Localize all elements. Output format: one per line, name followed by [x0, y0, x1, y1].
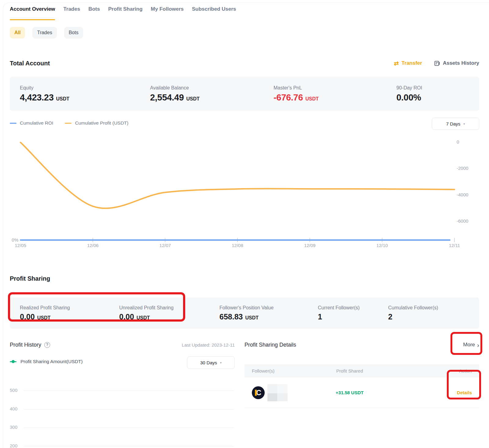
stat-value-number: 4,423.23: [20, 93, 54, 103]
gridline: [24, 409, 234, 410]
range-select-value: 30 Days: [200, 360, 217, 365]
assets-history-icon: [434, 60, 440, 66]
stat-value: 0.00USDT: [119, 312, 219, 321]
x-axis-tick: 12/06: [87, 243, 99, 248]
x-axis-tick: 12/10: [377, 243, 388, 248]
stat-cumulative-follower-s: Cumulative Follower(s)2: [388, 305, 438, 321]
stat-value-number: 1: [318, 312, 322, 321]
stat-label: Current Follower(s): [318, 305, 388, 311]
stat-equity: Equity4,423.23USDT: [20, 85, 150, 103]
transfer-label: Transfer: [402, 60, 422, 66]
stat-label: Equity: [20, 85, 150, 91]
tab-account-overview[interactable]: Account Overview: [10, 6, 55, 20]
table-row: C+31.58 USDTDetails: [244, 377, 479, 408]
stat-label: Master's PnL: [274, 85, 396, 91]
stat-90-day-roi: 90-Day ROI0.00%: [396, 85, 422, 103]
range-select-7-days[interactable]: 7 Days ▾: [432, 118, 479, 130]
more-label: More: [463, 342, 475, 348]
stat-value: 2: [388, 312, 438, 321]
more-link[interactable]: More ›: [463, 342, 479, 348]
stat-follower-s-position-value: Follower's Position Value658.83USDT: [219, 305, 318, 321]
column-header-profit-shared: Profit Shared: [310, 368, 389, 373]
profit-sharing-title: Profit Sharing: [10, 275, 479, 283]
stat-value-unit: USDT: [37, 315, 51, 321]
gridline: [24, 428, 234, 428]
redacted-block: [277, 393, 288, 401]
dropdown-caret-icon: ▾: [220, 361, 222, 364]
stat-label: Realized Profit Sharing: [20, 305, 119, 311]
tab-my-followers[interactable]: My Followers: [151, 6, 184, 20]
profit-sharing-stats: Realized Profit Sharing0.00USDTUnrealize…: [10, 297, 479, 329]
stat-value-unit: USDT: [245, 315, 259, 321]
filter-pill-all[interactable]: All: [10, 27, 25, 38]
stat-value: 0.00USDT: [20, 312, 119, 321]
profit-history-panel: Profit History ? Last Updated: 2023-12-1…: [10, 340, 235, 448]
page: Account OverviewTradesBotsProfit Sharing…: [0, 0, 489, 448]
y-axis-tick: 200: [10, 443, 19, 448]
transfer-button[interactable]: ⇄ Transfer: [394, 60, 422, 66]
follower-avatar: C: [252, 386, 265, 399]
filter-pill-trades[interactable]: Trades: [32, 27, 57, 38]
stat-value-number: 0.00%: [396, 93, 421, 103]
x-axis-tick: 12/05: [15, 243, 26, 248]
profit-history-title: Profit History: [10, 342, 41, 348]
tab-label: Account Overview: [10, 6, 55, 12]
stat-value: 4,423.23USDT: [20, 93, 150, 103]
gridline: [24, 446, 234, 446]
chevron-right-icon: ›: [477, 342, 479, 348]
details-link[interactable]: Details: [457, 390, 472, 395]
legend-dash: [65, 123, 72, 124]
filter-pill-label: Trades: [37, 30, 52, 35]
stat-label: Available Balance: [150, 85, 274, 91]
stat-value: 2,554.49USDT: [150, 93, 274, 103]
range-select-30-days[interactable]: 30 Days ▾: [187, 356, 235, 369]
legend-label: Cumulative ROI: [20, 120, 53, 126]
action-cell: Details: [389, 390, 472, 395]
tab-trades[interactable]: Trades: [63, 6, 80, 20]
follower-cell: C: [252, 384, 310, 401]
stat-value-unit: USDT: [186, 96, 200, 102]
x-axis-tick: 12/08: [232, 243, 243, 248]
profit-details-title: Profit Sharing Details: [244, 342, 296, 348]
assets-history-button[interactable]: Assets History: [434, 60, 479, 66]
stat-value-number: 658.83: [219, 312, 243, 321]
left-axis-tick: 0%: [12, 237, 18, 242]
x-axis-tick: 12/07: [160, 243, 171, 248]
avatar-logo-bar: [255, 390, 257, 396]
y-axis-tick: 300: [10, 424, 19, 430]
stat-value-unit: USDT: [137, 315, 150, 321]
stat-value-number: 0.00: [119, 312, 134, 321]
stat-label: Cumulative Follower(s): [388, 305, 438, 311]
stat-value-unit: USDT: [305, 96, 319, 102]
legend-item-cumulative-profit-usdt: Cumulative Profit (USDT): [65, 120, 128, 126]
total-account-stats: Equity4,423.23USDTAvailable Balance2,554…: [10, 77, 479, 111]
profit-history-chart[interactable]: 500400300200: [10, 375, 235, 448]
cumulative-profit-line: [20, 142, 454, 208]
tab-bots[interactable]: Bots: [88, 6, 100, 20]
stat-value-number: 2: [388, 312, 392, 321]
tab-subscribed-users[interactable]: Subscribed Users: [192, 6, 236, 20]
x-axis-tick: 12/09: [304, 243, 316, 248]
right-axis-tick: -6000: [457, 218, 468, 224]
stat-value-number: -676.76: [274, 93, 303, 103]
legend-label: Cumulative Profit (USDT): [75, 120, 128, 126]
last-updated-label: Last Updated: 2023-12-11: [182, 342, 235, 348]
tab-label: My Followers: [151, 6, 184, 12]
stat-unrealized-profit-sharing: Unrealized Profit Sharing0.00USDT: [119, 305, 219, 321]
stat-value: -676.76USDT: [274, 93, 396, 103]
profit-amount-legend-label: Profit Sharing Amount(USDT): [20, 359, 83, 364]
tab-label: Subscribed Users: [192, 6, 236, 12]
y-axis-tick: 400: [10, 406, 19, 411]
right-axis-tick: -4000: [457, 192, 468, 197]
filter-pill-bots[interactable]: Bots: [64, 27, 83, 38]
stat-value-number: 2,554.49: [150, 93, 184, 103]
legend-item-cumulative-roi: Cumulative ROI: [10, 120, 53, 126]
total-account-chart[interactable]: 0-2000-4000-60000%12/0512/0612/0712/0812…: [10, 134, 479, 251]
stat-value: 0.00%: [396, 93, 422, 103]
x-axis-tick: 12/11: [449, 243, 460, 248]
follower-name-redacted: [267, 384, 288, 401]
stat-realized-profit-sharing: Realized Profit Sharing0.00USDT: [20, 305, 119, 321]
stat-label: Follower's Position Value: [219, 305, 318, 311]
tab-profit-sharing[interactable]: Profit Sharing: [108, 6, 142, 20]
help-icon[interactable]: ?: [44, 342, 50, 348]
